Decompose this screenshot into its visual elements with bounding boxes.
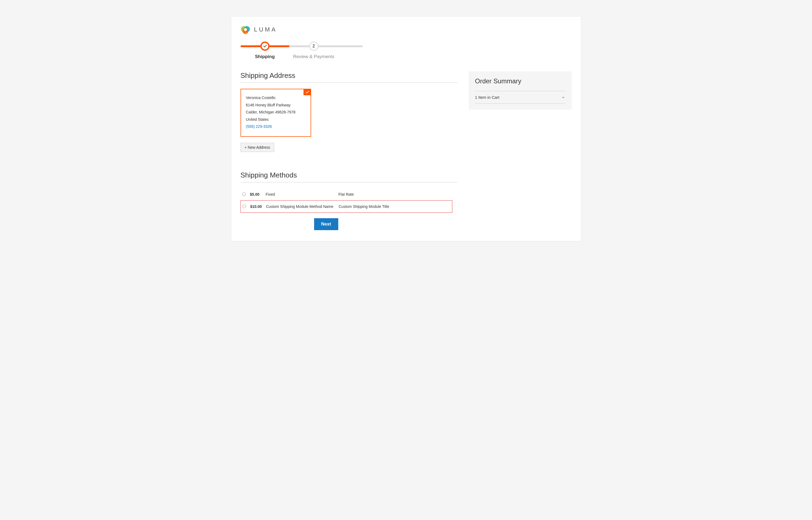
check-icon [263, 44, 267, 48]
summary-items-label: 1 Item in Cart [475, 95, 500, 100]
step-review-label: Review & Payments [293, 54, 334, 59]
address-name: Veronica Costello [246, 94, 306, 102]
next-button[interactable]: Next [314, 218, 338, 230]
shipping-method-radio[interactable] [243, 205, 246, 208]
address-street: 6146 Honey Bluff Parkway [246, 102, 306, 109]
checkout-card: LUMA Shipping 2 Review & Payments Shippi… [231, 16, 581, 241]
step-review: 2 Review & Payments [289, 42, 338, 59]
checkout-progress: Shipping 2 Review & Payments [240, 42, 572, 59]
selected-badge [304, 89, 311, 95]
step-shipping: Shipping [240, 42, 289, 59]
check-icon [305, 90, 309, 94]
shipping-method-row[interactable]: $5.00 Fixed Flat Rate [240, 188, 452, 200]
shipping-method-carrier: Flat Rate [338, 192, 354, 197]
order-summary: Order Summary 1 Item in Cart [468, 71, 572, 110]
shipping-method-name: Fixed [266, 192, 338, 197]
shipping-method-price: $10.00 [250, 204, 266, 209]
selected-address-card[interactable]: Veronica Costello 6146 Honey Bluff Parkw… [240, 89, 311, 137]
chevron-down-icon [561, 96, 565, 99]
shipping-method-price: $5.00 [250, 192, 266, 197]
shipping-address-title: Shipping Address [240, 71, 458, 83]
shipping-method-row[interactable]: $10.00 Custom Shipping Module Method Nam… [240, 200, 452, 213]
svg-point-3 [244, 28, 247, 31]
step-shipping-label: Shipping [255, 54, 275, 59]
summary-items-toggle[interactable]: 1 Item in Cart [475, 91, 565, 104]
shipping-methods-title: Shipping Methods [240, 171, 458, 182]
step-review-circle: 2 [309, 42, 319, 51]
shipping-method-radio[interactable] [242, 192, 246, 196]
order-summary-title: Order Summary [475, 77, 565, 85]
logo: LUMA [240, 25, 572, 34]
address-phone[interactable]: (555) 229-3326 [246, 123, 306, 130]
logo-text: LUMA [254, 26, 277, 33]
luma-logo-icon [240, 25, 250, 34]
shipping-method-name: Custom Shipping Module Method Name [266, 204, 339, 209]
step-shipping-circle [260, 42, 270, 51]
shipping-methods-table: $5.00 Fixed Flat Rate $10.00 Custom Ship… [240, 188, 452, 213]
shipping-method-carrier: Custom Shipping Module Title [339, 204, 389, 209]
address-country: United States [246, 116, 306, 123]
new-address-button[interactable]: + New Address [240, 143, 275, 152]
address-city: Calder, Michigan 49628-7978 [246, 109, 306, 116]
